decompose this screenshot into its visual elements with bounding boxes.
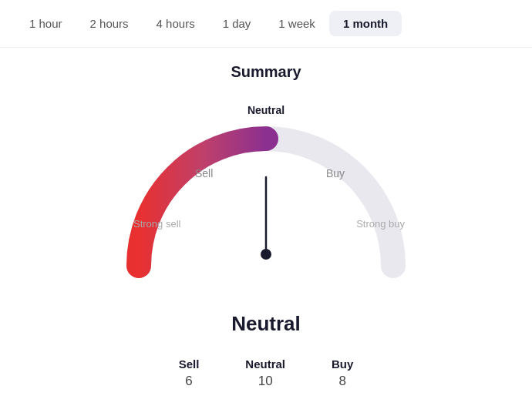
gauge-label-buy: Buy	[326, 167, 345, 179]
time-btn-1hour[interactable]: 1 hour	[15, 11, 76, 36]
gauge-label-sell: Sell	[195, 167, 213, 179]
stat-buy-value: 8	[338, 374, 345, 389]
gauge-container: Neutral Sell Buy Strong sell Strong buy	[96, 104, 436, 304]
time-btn-4hours[interactable]: 4 hours	[143, 11, 209, 36]
gauge-svg	[96, 104, 436, 289]
main-content: Summary	[0, 48, 532, 389]
stat-buy: Buy 8	[332, 357, 353, 389]
time-btn-1day[interactable]: 1 day	[209, 11, 265, 36]
time-btn-1month[interactable]: 1 month	[329, 11, 402, 36]
stat-neutral-label: Neutral	[245, 357, 285, 371]
stat-neutral: Neutral 10	[245, 357, 285, 389]
summary-title: Summary	[231, 63, 301, 81]
gauge-label-neutral-top: Neutral	[247, 104, 285, 116]
stat-sell-label: Sell	[179, 357, 200, 371]
gauge-label-strong-sell: Strong sell	[133, 218, 180, 230]
stat-buy-label: Buy	[332, 357, 353, 371]
time-btn-2hours[interactable]: 2 hours	[76, 11, 143, 36]
stat-sell: Sell 6	[179, 357, 200, 389]
gauge-result-label: Neutral	[231, 312, 301, 336]
stats-row: Sell 6 Neutral 10 Buy 8	[179, 357, 354, 389]
time-bar: 1 hour 2 hours 4 hours 1 day 1 week 1 mo…	[0, 0, 532, 48]
stat-neutral-value: 10	[258, 374, 273, 389]
time-btn-1week[interactable]: 1 week	[264, 11, 329, 36]
gauge-label-strong-buy: Strong buy	[356, 218, 405, 230]
stat-sell-value: 6	[185, 374, 192, 389]
svg-point-1	[261, 249, 271, 260]
